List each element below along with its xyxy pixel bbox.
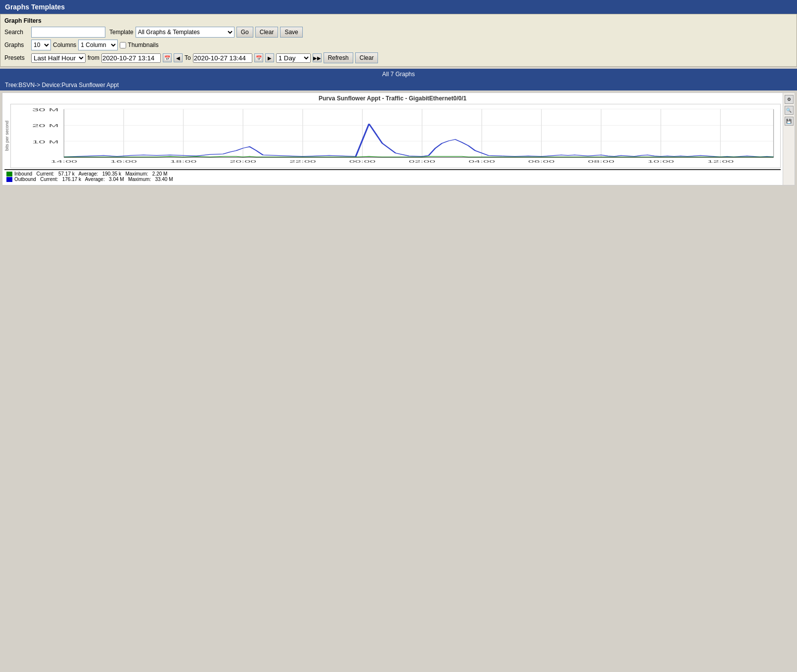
- search-input[interactable]: [31, 27, 105, 38]
- outbound-color: [6, 177, 12, 182]
- presets-row: Presets Last Half Hour from 📅 ◀ To 📅 ▶ 1…: [4, 52, 793, 63]
- search-row: Search Template All Graphs & Templates G…: [4, 27, 793, 38]
- y-axis-label: bits per second: [4, 121, 9, 151]
- to-input[interactable]: [193, 53, 252, 63]
- to-calendar-icon[interactable]: 📅: [254, 53, 263, 62]
- graph-svg: 30 M 20 M 10 M 14:00 16:00: [10, 104, 781, 168]
- from-calendar-icon[interactable]: 📅: [163, 53, 172, 62]
- filters-panel: Graph Filters Search Template All Graphs…: [0, 14, 797, 67]
- graphs-row: Graphs 10 Columns 1 Column Thumbnails: [4, 40, 793, 50]
- graph-legend: Inbound Current: 57.17 k Average: 190.35…: [4, 169, 781, 183]
- svg-text:00:00: 00:00: [349, 159, 376, 164]
- fast-forward-arrow[interactable]: ▶▶: [313, 53, 322, 62]
- columns-select[interactable]: 1 Column: [78, 40, 118, 50]
- graphs-count-select[interactable]: 10: [31, 40, 51, 50]
- graph-settings-icon[interactable]: ⚙: [785, 95, 794, 104]
- svg-text:16:00: 16:00: [110, 159, 137, 164]
- prev-arrow[interactable]: ◀: [174, 53, 183, 62]
- svg-text:10:00: 10:00: [648, 159, 674, 164]
- to-label: To: [185, 54, 191, 61]
- interval-select[interactable]: 1 Day: [276, 53, 311, 63]
- svg-text:10 M: 10 M: [32, 139, 59, 144]
- graph-container: Purva Sunflower Appt - Traffic - Gigabit…: [2, 92, 795, 185]
- legend-outbound: Outbound Current: 176.17 k Average: 3.04…: [6, 177, 779, 182]
- svg-text:20 M: 20 M: [32, 123, 59, 128]
- graph-title: Purva Sunflower Appt - Traffic - Gigabit…: [4, 95, 781, 102]
- save-button[interactable]: Save: [280, 27, 302, 38]
- next-arrow[interactable]: ▶: [265, 53, 274, 62]
- svg-text:30 M: 30 M: [32, 107, 59, 112]
- refresh-button[interactable]: Refresh: [324, 52, 353, 63]
- graph-sidebar-icons: ⚙ 🔍 💾: [783, 93, 795, 185]
- page-title: Graphs Templates: [5, 3, 65, 11]
- svg-text:18:00: 18:00: [170, 159, 197, 164]
- svg-text:12:00: 12:00: [707, 159, 734, 164]
- chart-wrapper: bits per second 30 M 20 M 10 M: [4, 104, 781, 168]
- page-title-bar: Graphs Templates: [0, 0, 797, 14]
- thumbnails-label[interactable]: Thumbnails: [120, 42, 158, 48]
- search-label: Search: [4, 29, 29, 36]
- legend-inbound: Inbound Current: 57.17 k Average: 190.35…: [6, 171, 779, 177]
- clear-button[interactable]: Clear: [255, 27, 279, 38]
- from-input[interactable]: [101, 53, 161, 63]
- svg-text:06:00: 06:00: [528, 159, 555, 164]
- graph-main: Purva Sunflower Appt - Traffic - Gigabit…: [2, 93, 783, 185]
- preset-select[interactable]: Last Half Hour: [31, 53, 86, 63]
- svg-text:20:00: 20:00: [230, 159, 256, 164]
- svg-text:22:00: 22:00: [289, 159, 316, 164]
- svg-text:04:00: 04:00: [469, 159, 495, 164]
- from-label: from: [88, 54, 99, 61]
- graph-download-icon[interactable]: 💾: [785, 117, 794, 126]
- template-label: Template: [109, 29, 134, 36]
- inbound-color: [6, 172, 12, 177]
- all-graphs-bar: All 7 Graphs: [0, 69, 797, 80]
- graph-zoom-icon[interactable]: 🔍: [785, 106, 794, 115]
- template-select[interactable]: All Graphs & Templates: [136, 27, 234, 38]
- columns-label: Columns: [53, 42, 76, 48]
- clear-presets-button[interactable]: Clear: [355, 52, 378, 63]
- svg-text:08:00: 08:00: [588, 159, 614, 164]
- presets-label: Presets: [4, 54, 29, 61]
- graphs-label: Graphs: [4, 42, 29, 48]
- filters-section-title: Graph Filters: [4, 17, 793, 24]
- go-button[interactable]: Go: [236, 27, 253, 38]
- svg-text:14:00: 14:00: [50, 159, 77, 164]
- tree-bar: Tree:BSVN-> Device:Purva Sunflower Appt: [0, 80, 797, 90]
- svg-text:02:00: 02:00: [409, 159, 435, 164]
- thumbnails-checkbox[interactable]: [120, 42, 126, 48]
